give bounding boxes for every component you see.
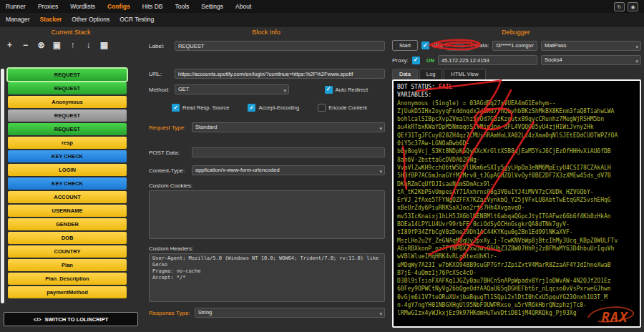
content-type-select[interactable]: application/x-www-form-urlencoded — [192, 165, 385, 175]
stack-toolbar: +−⊗▣↑↓▦ — [0, 37, 142, 50]
custom-cookies-label: Custom Cookies: — [149, 182, 386, 189]
content-type-label: Content-Type: — [149, 167, 187, 174]
checkbox-icon — [248, 104, 255, 112]
content-type-value: application/x-www-form-urlencoded — [195, 166, 280, 175]
url-input[interactable] — [175, 69, 385, 79]
menu-configs[interactable]: Configs — [107, 3, 130, 10]
menu-settings[interactable]: Settings — [201, 3, 223, 10]
tab-manager[interactable]: Manager — [6, 16, 30, 23]
custom-headers-textarea[interactable]: User-Agent: Mozilla/5.0 (Windows NT 10.0… — [149, 253, 385, 302]
checkbox-icon — [318, 104, 326, 112]
proxy-on-indicator: ON — [426, 57, 434, 64]
proxy-label: Proxy: — [392, 57, 409, 64]
request-type-select[interactable]: Standard — [192, 122, 385, 132]
stack-block-key-check[interactable]: KEY CHECK — [8, 177, 127, 190]
update-icon[interactable]: ↻ — [614, 2, 625, 11]
url-field-label: URL: — [149, 71, 170, 77]
block-info-panel: Block Info Label: URL: Method: GET Auto … — [146, 26, 386, 332]
tab-ocr-testing[interactable]: OCR Testing — [119, 16, 154, 23]
stack-block-request[interactable]: REQUEST — [8, 109, 127, 122]
stack-block-username[interactable]: USERNAME — [8, 205, 127, 217]
stack-scrollbar[interactable] — [1, 69, 4, 303]
response-type-label: Response Type: — [149, 310, 190, 316]
bot-status-label: BOT STATUS: — [397, 84, 435, 90]
stack-block-paymentmethod[interactable]: paymentMethod — [8, 286, 127, 298]
stack-block-resp[interactable]: resp — [8, 137, 127, 149]
encode-content-label: Encode Content — [328, 104, 367, 111]
data-label: Data: — [475, 42, 489, 49]
menu-wordlists[interactable]: Wordlists — [70, 3, 95, 10]
request-type-label: Request Type: — [149, 125, 187, 131]
stack-block-login[interactable]: LOGIN — [8, 164, 127, 176]
response-type-select[interactable]: String — [195, 308, 385, 318]
menu-hits-db[interactable]: Hits DB — [142, 3, 163, 10]
auto-redirect-checkbox[interactable]: Auto Redirect — [325, 86, 368, 94]
encode-content-checkbox[interactable]: Encode Content — [318, 104, 367, 112]
stack-block-plan-description[interactable]: Plan_Description — [8, 273, 127, 285]
stack-list: REQUESTREQUESTAnonymousREQUESTREQUESTres… — [8, 69, 127, 300]
tab-stacker[interactable]: Stacker — [40, 16, 62, 23]
stack-block-request[interactable]: REQUEST — [8, 82, 127, 94]
debugger-tab-data[interactable]: Data — [392, 69, 418, 80]
start-button[interactable]: Start — [392, 40, 418, 51]
switch-to-loliscript-button[interactable]: </> SWITCH TO LOLISCRIPT — [4, 312, 138, 326]
stack-block-anonymous[interactable]: Anonymous — [8, 96, 127, 108]
switch-label: SWITCH TO LOLISCRIPT — [45, 316, 109, 323]
custom-cookies-textarea[interactable] — [149, 190, 385, 239]
wordlist-type-select[interactable]: MailPass — [541, 41, 641, 51]
request-type-value: Standard — [195, 123, 217, 132]
menu-about[interactable]: About — [235, 3, 251, 10]
stack-block-key-check[interactable]: KEY CHECK — [8, 150, 127, 162]
topbar-icons: ↻ ◉ — [614, 2, 638, 11]
subbar-menu: ManagerStackerOther OptionsOCR Testing — [6, 16, 154, 23]
menu-proxies[interactable]: Proxies — [38, 3, 58, 10]
move-down-icon[interactable]: ↓ — [84, 41, 93, 50]
clear-icon[interactable]: ⊗ — [36, 41, 46, 50]
save-icon[interactable]: ▦ — [99, 41, 109, 50]
debugger-log[interactable]: BOT STATUS: FAIL VARIABLES: Anonymous (S… — [392, 79, 641, 328]
sbs-label: SBS — [432, 42, 443, 49]
stack-block-gender[interactable]: GENDER — [8, 218, 127, 230]
stack-block-account[interactable]: ACCOUNT — [8, 191, 127, 203]
topbar: RunnerProxiesWordlistsConfigsHits DBTool… — [0, 0, 644, 13]
debugger-title: Debugger — [389, 26, 643, 37]
checkbox-icon — [172, 104, 180, 112]
proxy-input[interactable] — [438, 55, 537, 65]
stack-block-country[interactable]: COUNTRY — [8, 245, 127, 258]
proxy-type-select[interactable]: Socks4 — [541, 55, 641, 65]
debugger-tab-log[interactable]: Log — [419, 69, 443, 80]
current-stack-title: Current Stack — [0, 26, 142, 37]
screenshot-icon[interactable]: ◉ — [628, 2, 638, 11]
add-icon[interactable]: + — [5, 41, 14, 50]
remove-icon[interactable]: − — [21, 41, 30, 50]
move-up-icon[interactable]: ↑ — [68, 41, 77, 50]
method-value: GET — [178, 85, 189, 94]
response-type-value: String — [198, 308, 213, 317]
debugger-panel: Debugger Start SBS Step Data: MailPass P… — [389, 26, 643, 332]
post-data-input[interactable] — [192, 147, 385, 157]
stack-block-request[interactable]: REQUEST — [8, 123, 127, 135]
read-resp-source-checkbox[interactable]: Read Resp. Source — [172, 104, 229, 112]
method-select[interactable]: GET — [175, 84, 289, 94]
debugger-tab-html-view[interactable]: HTML View — [444, 69, 485, 80]
clone-icon[interactable]: ▣ — [52, 41, 62, 50]
menu-runner[interactable]: Runner — [6, 3, 26, 10]
debug-data-input[interactable] — [492, 41, 537, 51]
tab-other-options[interactable]: Other Options — [72, 16, 109, 23]
label-input[interactable] — [175, 41, 385, 51]
variables-dump: Anonymous (Single) = 03AGdBq27xVUEA4mG1E… — [397, 99, 636, 318]
sbs-checkbox[interactable]: SBS — [421, 42, 443, 49]
stack-block-request[interactable]: REQUEST — [8, 69, 127, 81]
accept-encoding-label: Accept-Encoding — [258, 104, 299, 111]
stack-block-dob[interactable]: DOB — [8, 232, 127, 244]
stack-block-plan[interactable]: Plan — [8, 259, 127, 271]
proxy-checkbox[interactable] — [412, 57, 423, 64]
label-field-label: Label: — [149, 43, 170, 49]
current-stack-panel: Current Stack +−⊗▣↑↓▦ REQUESTREQUESTAnon… — [0, 26, 142, 332]
menu-tools[interactable]: Tools — [175, 3, 189, 10]
code-icon: </> — [34, 316, 42, 323]
proxy-type-value: Socks4 — [545, 56, 562, 64]
step-button[interactable]: Step — [447, 40, 472, 51]
block-info-title: Block Info — [146, 26, 386, 37]
accept-encoding-checkbox[interactable]: Accept-Encoding — [248, 104, 299, 112]
